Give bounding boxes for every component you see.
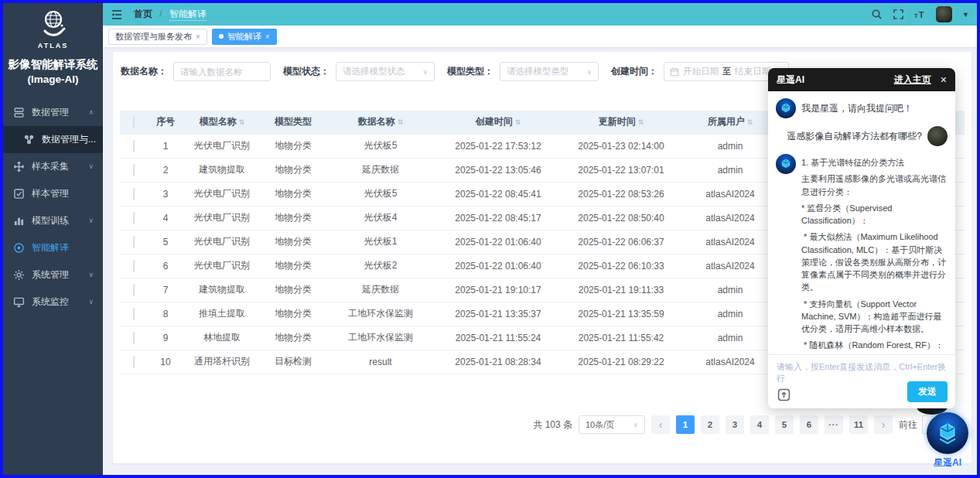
font-size-icon[interactable]: TT [914,9,926,20]
table-cell: atlasAI2024 [681,182,779,206]
close-icon[interactable]: × [941,74,947,85]
sort-icon[interactable]: ⇅ [239,118,245,126]
system-monitor-icon [13,296,25,308]
sidebar-item-sample-collect[interactable]: 样本采集∨ [3,153,103,180]
breadcrumb-current[interactable]: 智能解译 [169,9,207,21]
prev-page-button[interactable]: ‹ [651,415,670,434]
sort-icon[interactable]: ⇅ [515,118,521,126]
next-page-button[interactable]: › [874,415,893,434]
tab-1[interactable]: 数据管理与服务发布× [108,29,207,45]
model-type-select[interactable]: 请选择模型类型 ∨ [500,62,599,81]
close-icon[interactable]: × [196,32,200,41]
tab-label: 数据管理与服务发布 [115,31,192,43]
sidebar-item-ai-interpret[interactable]: 智能解译 [3,234,103,261]
sidebar-item-system-monitor[interactable]: 系统监控∨ [3,289,103,316]
row-checkbox-cell [120,134,148,158]
row-checkbox-cell [120,182,148,206]
sort-icon[interactable]: ⇅ [398,118,404,126]
header-checkbox-cell [120,111,148,134]
sidebar-item-data-manage[interactable]: 数据管理∧ [3,99,103,126]
fullscreen-icon[interactable] [893,9,904,20]
table-cell: 2025-01-22 06:10:33 [561,254,681,278]
tab-2[interactable]: 智能解译× [212,29,277,45]
table-cell: admin [681,278,779,302]
row-checkbox[interactable] [133,212,135,224]
chat-input-placeholder: 请输入，按Enter直接发送消息，Ctrl+Enter换行 [768,355,955,384]
table-cell: 地物分类 [261,230,326,254]
page-button-4[interactable]: 4 [750,415,769,434]
row-checkbox[interactable] [133,284,135,296]
page-button-11[interactable]: 11 [849,415,868,434]
table-cell: 2025-01-22 08:50:40 [561,206,681,230]
row-checkbox[interactable] [133,188,135,200]
menu-collapse-icon[interactable] [111,9,123,21]
page-size-select[interactable]: 10条/页∨ [579,415,645,434]
chat-header: 星遥AI 进入主页 × [768,68,955,91]
data-name-input[interactable] [173,62,271,81]
chat-home-link[interactable]: 进入主页 [894,73,931,87]
chat-input-area[interactable]: 请输入，按Enter直接发送消息，Ctrl+Enter换行 发送 [768,354,955,408]
row-checkbox[interactable] [133,164,135,176]
column-header[interactable]: 模型名称⇅ [183,111,261,134]
svg-text:T: T [914,12,918,19]
row-checkbox[interactable] [133,236,135,248]
breadcrumb-home[interactable]: 首页 [134,9,152,19]
sidebar-item-label: 智能解译 [32,241,69,254]
message-text: 我是星遥，请向我提问吧！ [801,98,913,118]
app-window: ATLAS 影像智能解译系统 (Image-AI) 数据管理∧数据管理与...样… [0,0,980,478]
goto-label: 前往 [899,418,917,432]
page-button-5[interactable]: 5 [775,415,794,434]
table-cell: 2025-01-21 08:28:34 [435,350,561,374]
column-header[interactable]: 创建时间⇅ [435,111,561,134]
table-cell: 地物分类 [261,302,326,326]
table-cell: 延庆数据 [326,278,435,302]
chevron-down-icon: ∨ [88,298,94,306]
sort-icon[interactable]: ⇅ [747,118,753,126]
column-header[interactable]: 所属用户⇅ [681,111,779,134]
page-button-6[interactable]: 6 [800,415,818,434]
row-checkbox[interactable] [133,332,135,344]
table-cell: 2025-01-21 19:11:33 [561,278,681,302]
sidebar-item-system-manage[interactable]: 系统管理∨ [3,261,103,289]
column-header[interactable]: 更新时间⇅ [561,111,681,134]
column-header: 模型类型 [261,111,326,134]
table-cell: 2025-01-22 17:53:12 [435,134,561,158]
column-header[interactable]: 数据名称⇅ [326,111,435,134]
sidebar-item-label: 系统管理 [32,268,69,282]
sidebar-menu: 数据管理∧数据管理与...样本采集∨样本管理模型训练∨智能解译系统管理∨系统监控… [3,99,103,316]
sidebar-item-data-service[interactable]: 数据管理与... [3,126,103,153]
row-checkbox[interactable] [133,308,135,320]
table-cell: admin [681,158,779,182]
send-button[interactable]: 发送 [907,381,948,402]
upload-file-icon[interactable] [777,388,790,401]
sidebar-item-sample-manage[interactable]: 样本管理 [3,180,103,207]
app-title: 影像智能解译系统 (Image-AI) [3,57,103,87]
column-header: 序号 [148,111,183,134]
user-message: 遥感影像自动解译方法都有哪些? [776,126,948,146]
table-cell: 延庆数据 [326,158,435,182]
user-avatar[interactable] [936,6,952,22]
table-cell: admin [681,326,779,350]
table-cell: 2025-01-21 11:55:42 [561,326,681,350]
page-button-1[interactable]: 1 [676,415,695,434]
model-status-label: 模型状态： [283,65,330,78]
sort-icon[interactable]: ⇅ [638,118,644,126]
floating-ai-assistant[interactable]: 星遥AI [923,412,972,469]
page-button-3[interactable]: 3 [726,415,744,434]
row-checkbox[interactable] [133,140,135,152]
table-cell: 工地环水保监测 [326,326,435,350]
caret-down-icon[interactable]: ▼ [962,11,969,19]
close-icon[interactable]: × [265,32,270,41]
search-icon[interactable] [871,9,883,20]
model-status-select[interactable]: 请选择模型状态 ∨ [336,62,435,81]
sidebar-item-model-train[interactable]: 模型训练∨ [3,207,103,234]
table-cell: 光伏板2 [326,254,435,278]
bot-message: 1. 基于光谱特征的分类方法主要利用遥感影像的多光谱或高光谱信息进行分类：* 监… [776,154,948,354]
select-all-checkbox[interactable] [133,116,135,128]
tab-bar: 数据管理与服务发布×智能解译× [103,26,977,47]
row-checkbox[interactable] [133,356,135,368]
row-checkbox[interactable] [133,260,135,272]
page-button-2[interactable]: 2 [701,415,719,434]
more-pages-button[interactable]: ··· [825,415,843,434]
bot-message: 我是星遥，请向我提问吧！ [776,98,948,118]
